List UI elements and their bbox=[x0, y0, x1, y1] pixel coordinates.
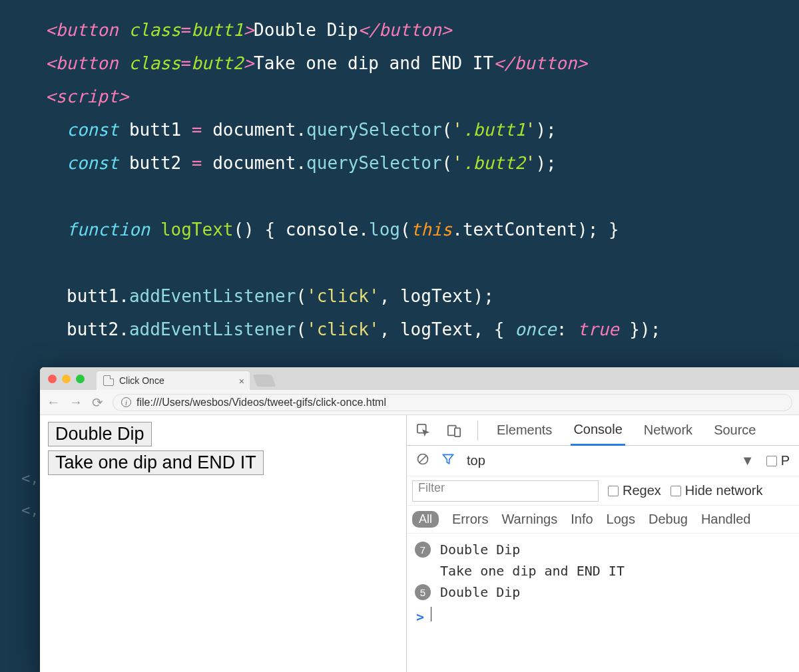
console-message: Double Dip bbox=[440, 542, 520, 558]
forward-button[interactable]: → bbox=[69, 395, 83, 410]
code-line bbox=[45, 180, 799, 213]
code-line: <button class=butt1>Double Dip</button> bbox=[45, 13, 799, 47]
hide-network-checkbox[interactable]: Hide network bbox=[670, 483, 763, 498]
context-dropdown-icon[interactable]: ▼ bbox=[741, 453, 754, 468]
console-message: Double Dip bbox=[440, 584, 520, 600]
console-message: Take one dip and END IT bbox=[440, 563, 625, 579]
console-entry: Take one dip and END IT bbox=[415, 560, 791, 582]
preserve-log-checkbox[interactable]: P bbox=[766, 453, 790, 468]
browser-tab[interactable]: Click Once × bbox=[97, 371, 250, 390]
console-levels: All Errors Warnings Info Logs Debug Hand… bbox=[407, 506, 799, 534]
filter-input[interactable]: Filter bbox=[412, 480, 599, 502]
code-line: const butt2 = document.querySelector('.b… bbox=[45, 146, 799, 180]
browser-window: Click Once × ← → ⟳ i file:///Users/wesbo… bbox=[40, 367, 799, 672]
tab-title: Click Once bbox=[119, 375, 164, 386]
site-info-icon[interactable]: i bbox=[121, 397, 131, 407]
level-debug[interactable]: Debug bbox=[649, 512, 688, 527]
code-line: const butt1 = document.querySelector('.b… bbox=[45, 113, 799, 146]
code-line: <button class=butt2>Take one dip and END… bbox=[45, 47, 799, 80]
browser-tabbar: Click Once × bbox=[40, 367, 799, 390]
console-toolbar: top ▼ P bbox=[407, 446, 799, 476]
tab-sources[interactable]: Source bbox=[711, 416, 758, 444]
tab-elements[interactable]: Elements bbox=[494, 416, 555, 444]
url-field[interactable]: i file:///Users/wesbos/Videos/tweet-gifs… bbox=[113, 394, 792, 411]
level-warnings[interactable]: Warnings bbox=[501, 512, 557, 527]
code-line bbox=[45, 246, 799, 279]
reload-button[interactable]: ⟳ bbox=[92, 395, 103, 411]
window-controls bbox=[48, 375, 85, 383]
tab-network[interactable]: Network bbox=[641, 416, 695, 444]
svg-line-4 bbox=[419, 456, 426, 462]
filter-funnel-icon[interactable] bbox=[441, 452, 455, 469]
minimize-window-icon[interactable] bbox=[62, 375, 71, 383]
devtools-panel: Elements Console Network Source top ▼ P … bbox=[406, 415, 799, 672]
level-logs[interactable]: Logs bbox=[607, 512, 635, 527]
code-line: butt1.addEventListener('click', logText)… bbox=[45, 279, 799, 313]
console-entry: 7 Double Dip bbox=[415, 539, 791, 560]
code-editor: <button class=butt1>Double Dip</button> … bbox=[0, 0, 799, 346]
maximize-window-icon[interactable] bbox=[76, 375, 85, 383]
tab-console[interactable]: Console bbox=[571, 415, 625, 446]
level-all[interactable]: All bbox=[412, 511, 439, 528]
inspect-element-icon[interactable] bbox=[416, 423, 431, 438]
code-line: butt2.addEventListener('click', logText,… bbox=[45, 313, 799, 346]
close-tab-icon[interactable]: × bbox=[239, 376, 244, 387]
double-dip-button[interactable]: Double Dip bbox=[48, 422, 152, 446]
browser-urlbar: ← → ⟳ i file:///Users/wesbos/Videos/twee… bbox=[40, 390, 799, 415]
editor-gutter: <, <, bbox=[21, 462, 39, 526]
back-button[interactable]: ← bbox=[47, 395, 60, 410]
rendered-page: Double Dip Take one dip and END IT bbox=[40, 415, 406, 672]
device-toggle-icon[interactable] bbox=[447, 423, 461, 438]
regex-checkbox[interactable]: Regex bbox=[608, 483, 661, 498]
prompt-icon: > bbox=[416, 609, 424, 625]
context-selector[interactable]: top bbox=[467, 453, 485, 468]
level-handled[interactable]: Handled bbox=[701, 512, 751, 527]
clear-console-icon[interactable] bbox=[416, 452, 429, 469]
close-window-icon[interactable] bbox=[48, 375, 57, 383]
console-prompt[interactable]: > bbox=[415, 603, 791, 625]
console-filter-row: Filter Regex Hide network bbox=[407, 476, 799, 506]
console-entry: 5 Double Dip bbox=[415, 582, 791, 603]
svg-rect-2 bbox=[455, 428, 460, 436]
take-one-dip-button[interactable]: Take one dip and END IT bbox=[48, 450, 264, 475]
new-tab-button[interactable] bbox=[253, 375, 276, 387]
code-line: <script> bbox=[45, 80, 799, 113]
console-output: 7 Double Dip Take one dip and END IT 5 D… bbox=[407, 534, 799, 672]
level-info[interactable]: Info bbox=[571, 512, 593, 527]
repeat-count-badge: 5 bbox=[415, 584, 431, 600]
url-text: file:///Users/wesbos/Videos/tweet-gifs/c… bbox=[136, 397, 386, 409]
code-line: function logText() { console.log(this.te… bbox=[45, 213, 799, 246]
page-icon bbox=[103, 375, 114, 386]
repeat-count-badge: 7 bbox=[415, 542, 431, 558]
devtools-tabs: Elements Console Network Source bbox=[407, 415, 799, 446]
level-errors[interactable]: Errors bbox=[452, 512, 488, 527]
